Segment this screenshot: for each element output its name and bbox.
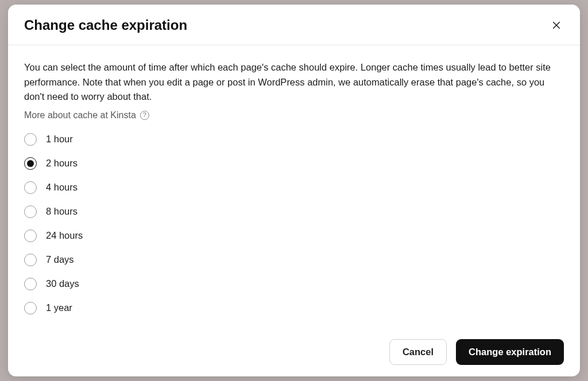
modal-header: Change cache expiration <box>8 5 580 45</box>
radio-indicator <box>24 157 37 170</box>
modal-title: Change cache expiration <box>24 17 187 33</box>
radio-indicator <box>24 205 37 218</box>
radio-option[interactable]: 8 hours <box>24 205 564 218</box>
change-cache-expiration-modal: Change cache expiration You can select t… <box>8 5 580 376</box>
modal-description: You can select the amount of time after … <box>24 60 564 104</box>
radio-label: 7 days <box>46 254 74 265</box>
cancel-button[interactable]: Cancel <box>389 339 447 365</box>
radio-option[interactable]: 7 days <box>24 254 564 266</box>
radio-indicator <box>24 278 37 290</box>
radio-option[interactable]: 24 hours <box>24 230 564 242</box>
radio-indicator <box>24 133 37 146</box>
radio-option[interactable]: 2 hours <box>24 157 564 170</box>
radio-indicator <box>24 254 37 266</box>
more-about-cache-link[interactable]: More about cache at Kinsta ? <box>24 110 149 120</box>
radio-label: 1 hour <box>46 134 73 145</box>
radio-label: 2 hours <box>46 158 78 169</box>
more-link-text: More about cache at Kinsta <box>24 110 136 120</box>
change-expiration-button[interactable]: Change expiration <box>456 339 564 365</box>
modal-body: You can select the amount of time after … <box>8 45 580 329</box>
help-icon: ? <box>140 111 149 120</box>
expiration-options-list: 1 hour2 hours4 hours8 hours24 hours7 day… <box>24 133 564 314</box>
radio-option[interactable]: 30 days <box>24 278 564 290</box>
radio-indicator <box>24 181 37 194</box>
radio-indicator <box>24 302 37 314</box>
modal-footer: Cancel Change expiration <box>8 329 580 376</box>
close-button[interactable] <box>549 18 564 33</box>
radio-option[interactable]: 1 year <box>24 302 564 314</box>
radio-label: 8 hours <box>46 206 78 217</box>
radio-indicator <box>24 230 37 242</box>
radio-option[interactable]: 1 hour <box>24 133 564 146</box>
radio-label: 1 year <box>46 302 72 313</box>
close-icon <box>551 20 562 30</box>
radio-label: 4 hours <box>46 182 78 193</box>
radio-label: 30 days <box>46 278 79 289</box>
radio-label: 24 hours <box>46 230 83 241</box>
radio-option[interactable]: 4 hours <box>24 181 564 194</box>
